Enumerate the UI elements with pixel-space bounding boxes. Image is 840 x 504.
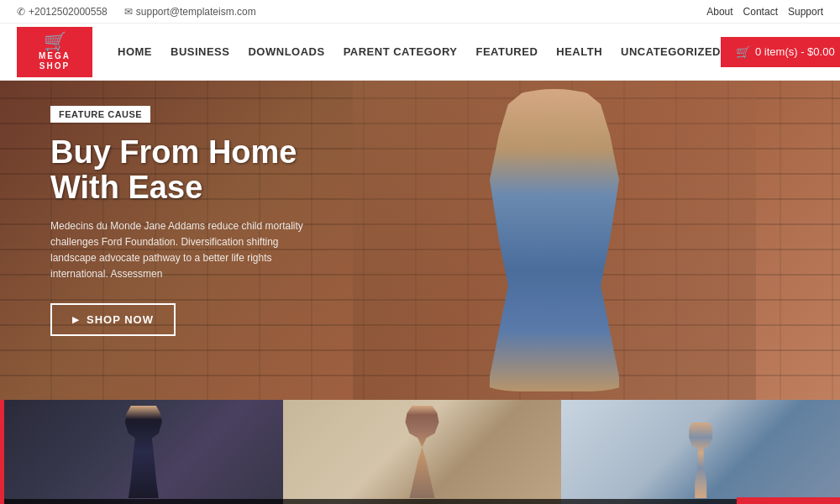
feature-badge: FEATURE CAUSE: [50, 106, 150, 123]
kids-figure: [671, 423, 730, 498]
cart-icon: [736, 45, 750, 59]
logo-icon: 🛒: [44, 33, 66, 51]
hero-title: Buy From Home With Ease: [50, 135, 386, 206]
nav-business[interactable]: BUSINESS: [171, 45, 229, 58]
main-nav: HOME BUSINESS DOWNLOADS PARENT CATEGORY …: [118, 45, 721, 58]
nav-home[interactable]: HOME: [118, 45, 152, 58]
phone-info: +2012502000558: [17, 6, 108, 18]
logo[interactable]: 🛒 MEGA SHOP: [17, 27, 92, 77]
cart-button[interactable]: 0 item(s) - $0.00: [721, 37, 840, 67]
header: 🛒 MEGA SHOP HOME BUSINESS DOWNLOADS PARE…: [0, 24, 840, 81]
nav-downloads[interactable]: DOWNLOADS: [248, 45, 324, 58]
phone-icon: [17, 6, 25, 18]
nav-parent-category[interactable]: PARENT CATEGORY: [344, 45, 458, 58]
phone-number: +2012502000558: [29, 6, 108, 18]
hero-title-line2: With Ease: [50, 170, 202, 205]
email-info: support@templateism.com: [124, 6, 256, 18]
hero-description: Medecins du Monde Jane Addams reduce chi…: [50, 218, 311, 283]
categories-section: MEN WOMEN KIDS: [0, 400, 840, 504]
category-kids[interactable]: KIDS: [561, 400, 840, 504]
about-link[interactable]: About: [706, 6, 732, 18]
support-link[interactable]: Support: [788, 6, 823, 18]
email-icon: [124, 6, 133, 18]
hero-model-image: [353, 81, 756, 400]
top-bar-contact: +2012502000558 support@templateism.com: [17, 6, 256, 18]
category-women[interactable]: WOMEN: [283, 400, 562, 504]
cart-label: 0 item(s) - $0.00: [755, 45, 835, 58]
categories-wrapper: MEN WOMEN KIDS Contact us: [0, 400, 840, 504]
logo-text: MEGA SHOP: [39, 51, 71, 71]
category-men[interactable]: MEN: [0, 400, 283, 504]
hero-content: FEATURE CAUSE Buy From Home With Ease Me…: [50, 106, 386, 336]
nav-featured[interactable]: FEATURED: [475, 45, 538, 58]
hero-title-line1: Buy From Home: [50, 134, 297, 170]
men-label: MEN: [4, 499, 283, 504]
hero-section: FEATURE CAUSE Buy From Home With Ease Me…: [0, 81, 840, 400]
contact-us-button[interactable]: Contact us: [737, 497, 840, 504]
women-label: WOMEN: [283, 499, 562, 504]
email-address: support@templateism.com: [136, 6, 256, 18]
contact-link[interactable]: Contact: [743, 6, 778, 18]
nav-uncategorized[interactable]: UNCATEGORIZED: [621, 45, 721, 58]
nav-health[interactable]: HEALTH: [556, 45, 602, 58]
top-bar: +2012502000558 support@templateism.com A…: [0, 0, 840, 24]
top-bar-links: About Contact Support: [706, 6, 823, 18]
shop-now-button[interactable]: SHOP NOW: [50, 303, 176, 336]
men-figure: [102, 406, 186, 498]
women-figure: [381, 406, 465, 498]
